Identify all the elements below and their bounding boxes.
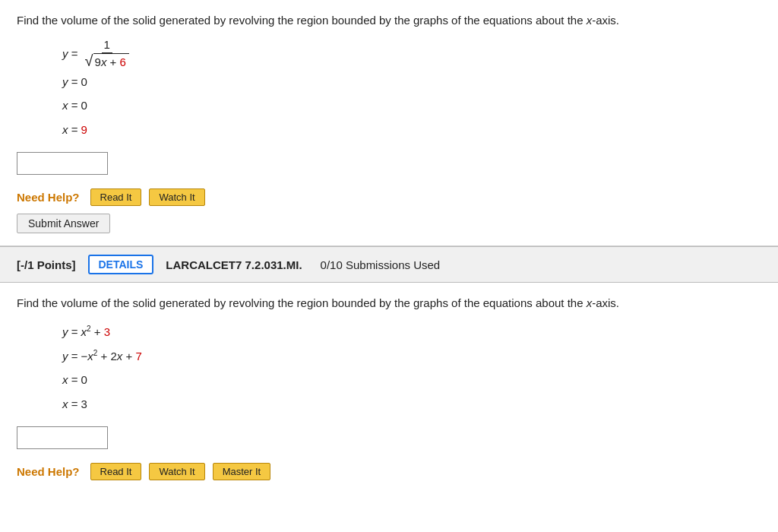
section2: Find the volume of the solid generated b…: [0, 283, 778, 499]
details-badge[interactable]: DETAILS: [88, 255, 154, 274]
eq-line-2: y = 0: [62, 70, 761, 94]
eq2-line-4: x = 3: [62, 392, 761, 416]
answer-input-2[interactable]: [17, 426, 108, 449]
problem-statement-2: Find the volume of the solid generated b…: [17, 296, 761, 309]
watch-it-button-1[interactable]: Watch It: [149, 188, 204, 206]
answer-input-1[interactable]: [17, 152, 108, 175]
eq2-line-3: x = 0: [62, 368, 761, 392]
need-help-row-2: Need Help? Read It Watch It Master It: [17, 463, 761, 480]
details-header: [-/1 Points] DETAILS LARCALCET7 7.2.031.…: [0, 247, 778, 283]
eq4-text: x = 9: [62, 118, 87, 142]
eq-line-4: x = 9: [62, 118, 761, 142]
need-help-label-2: Need Help?: [17, 465, 80, 478]
eq2-line-2: y = −x2 + 2x + 7: [62, 344, 761, 369]
eq2-2-text: y = −x2 + 2x + 7: [62, 344, 142, 369]
submit-button-1[interactable]: Submit Answer: [17, 214, 110, 233]
equations-1: y = 1 √ 9x + 6 y = 0 x = 0: [62, 37, 761, 141]
read-it-button-1[interactable]: Read It: [90, 188, 142, 206]
eq-line-1: y = 1 √ 9x + 6: [62, 37, 761, 70]
eq1-text: y =: [62, 42, 81, 66]
eq2-4-text: x = 3: [62, 392, 87, 416]
read-it-button-2[interactable]: Read It: [90, 463, 142, 480]
eq2-1-text: y = x2 + 3: [62, 320, 110, 344]
eq3-text: x = 0: [62, 93, 87, 118]
eq2-text: y = 0: [62, 70, 87, 94]
need-help-label-1: Need Help?: [17, 191, 80, 204]
eq-line-3: x = 0: [62, 93, 761, 118]
points-label: [-/1 Points]: [17, 258, 76, 271]
eq1-frac-den: √ 9x + 6: [83, 53, 131, 70]
equations-2: y = x2 + 3 y = −x2 + 2x + 7 x = 0 x = 3: [62, 320, 761, 416]
eq1-sqrt-symbol: √: [85, 53, 93, 68]
page: Find the volume of the solid generated b…: [0, 0, 778, 532]
eq1-red: 6: [120, 55, 126, 68]
problem-statement-1: Find the volume of the solid generated b…: [17, 14, 761, 27]
eq1-sqrt-content: 9x + 6: [93, 53, 129, 70]
watch-it-button-2[interactable]: Watch It: [149, 463, 204, 480]
section1: Find the volume of the solid generated b…: [0, 0, 778, 246]
eq2-3-text: x = 0: [62, 368, 87, 392]
eq1-frac: 1 √ 9x + 6: [83, 37, 131, 70]
eq1-frac-num: 1: [102, 37, 112, 53]
submissions-count: 0/10 Submissions Used: [321, 258, 441, 271]
need-help-row-1: Need Help? Read It Watch It: [17, 188, 761, 206]
submit-row-1: Submit Answer: [17, 214, 761, 233]
problem-id: LARCALCET7 7.2.031.MI.: [166, 258, 302, 271]
eq2-1-red: 3: [104, 325, 110, 338]
eq1-sqrt: √ 9x + 6: [85, 53, 129, 70]
eq2-line-1: y = x2 + 3: [62, 320, 761, 344]
master-it-button-2[interactable]: Master It: [213, 463, 271, 480]
eq2-2-red: 7: [135, 350, 141, 363]
eq4-red: 9: [81, 123, 87, 136]
